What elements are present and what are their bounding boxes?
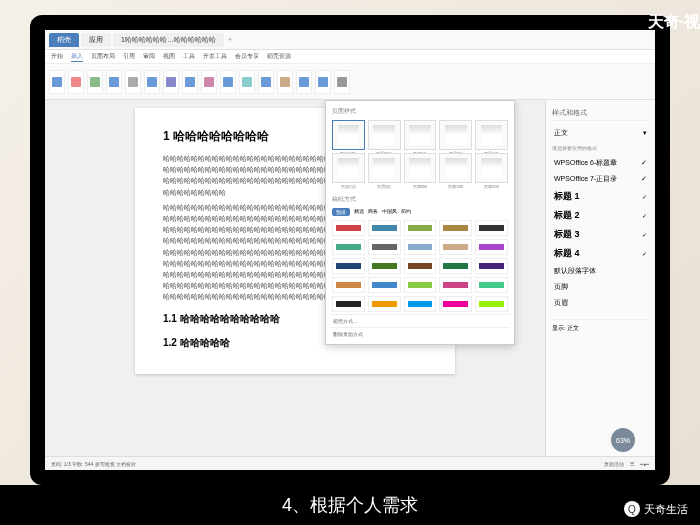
cover-option[interactable]: 页眉0自 (475, 120, 508, 150)
style-option[interactable] (404, 220, 437, 236)
ribbon-tab[interactable]: 工具 (183, 52, 195, 61)
style-option[interactable] (332, 296, 365, 312)
cover-option[interactable]: 页眉0自 (439, 120, 472, 150)
cover-style-popup: 页面样式 页面定制 页眉00自 页脚0自 页眉0自 页眉0自 页面0自 页眉0自… (325, 100, 515, 345)
style-tab[interactable]: 简约 (401, 208, 411, 216)
dropdown-icon: ▾ (643, 129, 647, 137)
ribbon-button[interactable] (201, 70, 217, 94)
video-caption: 4、根据个人需求 (0, 485, 700, 525)
tab-active[interactable]: 稻壳 (49, 33, 79, 47)
sidebar-subtitle: 请选择要应用的格式 (552, 145, 649, 151)
ribbon-button[interactable] (277, 70, 293, 94)
popup-footer-item[interactable]: 删除页面方式 (330, 327, 510, 340)
style-tab[interactable]: 中国风 (382, 208, 397, 216)
content-area: 1 哈哈哈哈哈哈哈哈 哈哈哈哈哈哈哈哈哈哈哈哈哈哈哈哈哈哈哈哈哈哈哈哈哈哈哈哈哈… (45, 100, 655, 470)
style-option[interactable] (368, 239, 401, 255)
ribbon-toolbar (45, 64, 655, 100)
ribbon-tab-active[interactable]: 插入 (71, 52, 83, 62)
popup-footer-item[interactable]: 稻壳方式... (330, 314, 510, 327)
style-tab[interactable]: 商务 (368, 208, 378, 216)
tab-secondary[interactable]: 应用 (81, 33, 111, 47)
style-tab[interactable]: 精选 (354, 208, 364, 216)
style-option[interactable] (404, 239, 437, 255)
current-style[interactable]: 正文▾ (552, 125, 649, 141)
popup-section-title: 页面样式 (330, 105, 510, 118)
ribbon-button[interactable] (106, 70, 122, 94)
style-option[interactable] (332, 220, 365, 236)
zoom-slider[interactable]: ━●━ (640, 461, 649, 467)
style-item[interactable]: 页脚 (552, 279, 649, 295)
style-item[interactable]: 默认段落字体 (552, 263, 649, 279)
style-option[interactable] (368, 220, 401, 236)
ribbon-button[interactable] (87, 70, 103, 94)
cover-option[interactable]: 页脚000 (404, 153, 437, 183)
ribbon-button[interactable] (315, 70, 331, 94)
ribbon-tab[interactable]: 稻壳资源 (267, 52, 291, 61)
style-heading-2[interactable]: 标题 2✓ (552, 206, 649, 225)
ribbon-tab[interactable]: 视图 (163, 52, 175, 61)
style-heading-4[interactable]: 标题 4✓ (552, 244, 649, 263)
style-option[interactable] (439, 239, 472, 255)
ribbon-tab[interactable]: 开发工具 (203, 52, 227, 61)
style-heading-3[interactable]: 标题 3✓ (552, 225, 649, 244)
style-option[interactable] (475, 220, 508, 236)
zoom-badge[interactable]: 63% (611, 428, 635, 452)
style-option[interactable] (332, 239, 365, 255)
style-item[interactable]: 页眉 (552, 295, 649, 311)
ribbon-button[interactable] (220, 70, 236, 94)
logo-icon: Q (624, 501, 640, 517)
style-option[interactable] (475, 277, 508, 293)
cover-option[interactable]: 页脚000 (439, 153, 472, 183)
style-item[interactable]: WPSOffice 6-标题章✓ (552, 155, 649, 171)
style-option[interactable] (439, 258, 472, 274)
style-option[interactable] (368, 277, 401, 293)
cover-option[interactable]: 页面0自 (332, 153, 365, 183)
ribbon-tab[interactable]: 会员专享 (235, 52, 259, 61)
style-option[interactable] (368, 258, 401, 274)
style-option[interactable] (404, 296, 437, 312)
style-option[interactable] (439, 277, 472, 293)
cover-option[interactable]: 页眉0自 (368, 153, 401, 183)
ribbon-button[interactable] (49, 70, 65, 94)
style-option[interactable] (475, 258, 508, 274)
document-area[interactable]: 1 哈哈哈哈哈哈哈哈 哈哈哈哈哈哈哈哈哈哈哈哈哈哈哈哈哈哈哈哈哈哈哈哈哈哈哈哈哈… (45, 100, 545, 470)
ribbon-tab[interactable]: 开始 (51, 52, 63, 61)
cover-option[interactable]: 页脚000 (475, 153, 508, 183)
style-option[interactable] (439, 296, 472, 312)
cover-option[interactable]: 页脚0自 (404, 120, 437, 150)
ribbon-tab[interactable]: 页面布局 (91, 52, 115, 61)
style-option[interactable] (475, 296, 508, 312)
ribbon-button[interactable] (258, 70, 274, 94)
ribbon-button[interactable] (334, 70, 350, 94)
status-right: 页面活动 (604, 461, 624, 467)
cover-option[interactable]: 页面定制 (332, 120, 365, 150)
style-option[interactable] (404, 277, 437, 293)
style-tab-active[interactable]: 预设 (332, 208, 350, 216)
ribbon-tab[interactable]: 引用 (123, 52, 135, 61)
style-option[interactable] (439, 220, 472, 236)
tab-add[interactable]: + (228, 36, 232, 43)
style-option[interactable] (332, 258, 365, 274)
view-icon[interactable]: ☰ (630, 461, 634, 467)
style-option[interactable] (332, 277, 365, 293)
ribbon-button[interactable] (163, 70, 179, 94)
ribbon-button[interactable] (182, 70, 198, 94)
tab-document[interactable]: 1哈哈哈哈哈哈…哈哈哈哈哈哈 (113, 33, 224, 47)
popup-section-title: 稿纸方式 (330, 193, 510, 206)
ribbon-button[interactable] (144, 70, 160, 94)
cover-option[interactable]: 页眉00自 (368, 120, 401, 150)
style-heading-1[interactable]: 标题 1✓ (552, 187, 649, 206)
ribbon-button[interactable] (239, 70, 255, 94)
ribbon-button[interactable] (125, 70, 141, 94)
style-item[interactable]: WPSOffice 7-正目录✓ (552, 171, 649, 187)
ribbon-tab[interactable]: 审阅 (143, 52, 155, 61)
ribbon-button[interactable] (296, 70, 312, 94)
style-option[interactable] (404, 258, 437, 274)
status-left: 页码: 1/3 字数: 544 拼写检查 文档校对 (51, 461, 136, 467)
style-option[interactable] (368, 296, 401, 312)
watermark-text: 天奇·视 (648, 12, 700, 33)
app-screen: 稻壳 应用 1哈哈哈哈哈哈…哈哈哈哈哈哈 + 开始 插入 页面布局 引用 审阅 … (45, 30, 655, 470)
ribbon-button[interactable] (68, 70, 84, 94)
style-option[interactable] (475, 239, 508, 255)
styles-sidebar: 样式和格式 正文▾ 请选择要应用的格式 WPSOffice 6-标题章✓ WPS… (545, 100, 655, 470)
